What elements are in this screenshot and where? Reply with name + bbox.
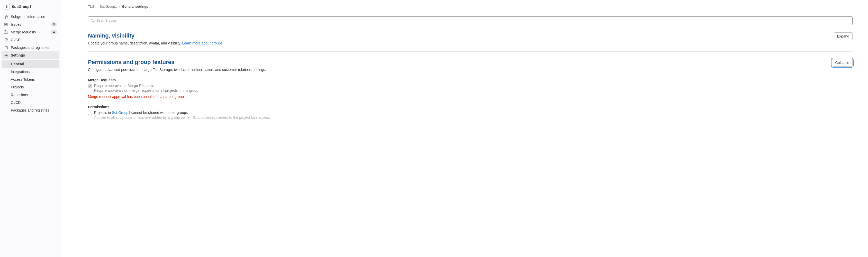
approval-warning-text: Merge request approval has been enabled … <box>88 95 852 99</box>
breadcrumb-current: General settings <box>122 5 148 8</box>
sub-item-repository[interactable]: Repository <box>2 91 59 99</box>
require-approval-help: Require approvals on merge requests for … <box>94 88 852 93</box>
breadcrumb-link-subgroup1[interactable]: SubGroup1 <box>100 5 117 8</box>
sidebar-item-merge-requests[interactable]: Merge requests 4 <box>2 28 59 36</box>
sub-item-general[interactable]: General <box>2 60 59 68</box>
sidebar-item-subgroup-information[interactable]: Subgroup information <box>2 13 59 21</box>
group-avatar: S <box>4 4 10 10</box>
search-icon <box>91 19 94 23</box>
sidebar-item-label: Packages and registries <box>11 45 57 50</box>
svg-point-2 <box>7 16 8 17</box>
breadcrumb: TLG › SubGroup1 › General settings <box>88 5 852 12</box>
collapse-button[interactable]: Collapse <box>832 59 852 67</box>
sub-item-projects[interactable]: Projects <box>2 83 59 91</box>
section-title: Naming, visibility <box>88 32 223 39</box>
sidebar-item-label: Settings <box>11 53 57 57</box>
chevron-right-icon: › <box>96 5 97 8</box>
section-title: Permissions and group features <box>88 59 266 66</box>
expand-button[interactable]: Expand <box>834 32 852 40</box>
settings-sublist: General Integrations Access Tokens Proje… <box>0 60 61 114</box>
svg-point-1 <box>5 18 6 19</box>
issues-icon <box>4 22 8 27</box>
svg-point-6 <box>5 33 6 34</box>
subsection-permissions: Permissions Projects in SubGroup1 cannot… <box>88 105 852 120</box>
section-description: Configure advanced permissions, Large Fi… <box>88 68 266 72</box>
subsection-title: Permissions <box>88 105 852 109</box>
sidebar-header[interactable]: S SubGroup1 <box>0 2 61 12</box>
search-input[interactable] <box>88 17 852 25</box>
restrict-sharing-help: Applied to all subgroups unless overridd… <box>94 116 852 120</box>
svg-point-7 <box>7 33 8 34</box>
svg-point-0 <box>5 15 6 16</box>
section-permissions: Permissions and group features Configure… <box>88 59 852 126</box>
restrict-sharing-checkbox[interactable] <box>88 111 92 115</box>
issues-badge: 0 <box>51 22 57 27</box>
sub-item-access-tokens[interactable]: Access Tokens <box>2 75 59 83</box>
sidebar-item-settings[interactable]: Settings <box>2 52 59 59</box>
package-icon <box>4 45 8 50</box>
svg-point-9 <box>6 55 7 56</box>
sub-item-cicd[interactable]: CI/CD <box>2 99 59 106</box>
subsection-title: Merge Requests <box>88 78 852 82</box>
chevron-right-icon: › <box>119 5 120 8</box>
main-content: TLG › SubGroup1 › General settings Namin… <box>61 0 868 257</box>
section-description: Update your group name, description, ava… <box>88 41 223 45</box>
require-approval-checkbox <box>88 84 92 88</box>
merge-requests-badge: 4 <box>51 30 57 34</box>
sidebar-item-issues[interactable]: Issues 0 <box>2 21 59 28</box>
sidebar-item-label: Subgroup information <box>11 14 57 19</box>
sidebar-item-packages[interactable]: Packages and registries <box>2 44 59 52</box>
merge-request-icon <box>4 30 8 34</box>
learn-more-link[interactable]: Learn more about groups. <box>182 41 223 45</box>
svg-point-5 <box>5 30 6 31</box>
sub-item-integrations[interactable]: Integrations <box>2 68 59 75</box>
svg-point-8 <box>6 39 6 40</box>
info-icon <box>4 14 8 19</box>
sidebar-item-label: CI/CD <box>11 38 57 42</box>
restrict-sharing-label: Projects in SubGroup1 cannot be shared w… <box>94 110 188 115</box>
section-naming-visibility: Naming, visibility Update your group nam… <box>88 32 852 52</box>
subgroup-link[interactable]: SubGroup1 <box>112 110 130 115</box>
search-wrapper <box>88 17 852 25</box>
sidebar-item-label: Merge requests <box>11 30 48 34</box>
sub-item-packages[interactable]: Packages and registries <box>2 106 59 114</box>
sidebar: S SubGroup1 Subgroup information Issues … <box>0 0 61 257</box>
breadcrumb-link-tlg[interactable]: TLG <box>88 5 94 8</box>
sidebar-item-cicd[interactable]: CI/CD <box>2 36 59 44</box>
rocket-icon <box>4 38 8 42</box>
svg-point-10 <box>91 19 93 21</box>
subsection-merge-requests: Merge Requests Require approval for Merg… <box>88 78 852 99</box>
sidebar-item-label: Issues <box>11 22 48 27</box>
gear-icon <box>4 53 8 57</box>
require-approval-label: Require approval for Merge Requests <box>94 84 154 88</box>
group-title: SubGroup1 <box>12 5 31 9</box>
svg-rect-4 <box>5 24 7 25</box>
nav-list: Subgroup information Issues 0 Merge requ… <box>0 12 61 60</box>
